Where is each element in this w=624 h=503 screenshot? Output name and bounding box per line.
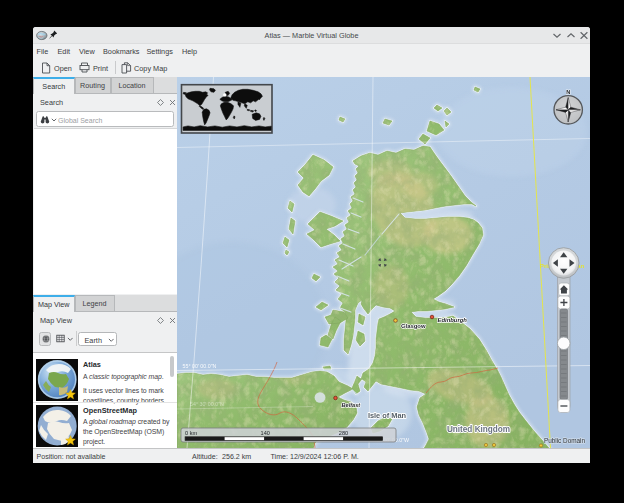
globe-projection-button[interactable] xyxy=(39,332,51,346)
search-results-area[interactable] xyxy=(34,128,177,294)
combo-dropdown-icon xyxy=(108,338,115,343)
close-panel-icon[interactable] xyxy=(168,98,177,107)
scalebar-zero: 0 km xyxy=(185,430,197,436)
scalebar: 0 km 140 280 xyxy=(181,428,396,442)
menu-bookmarks[interactable]: Bookmarks xyxy=(103,47,140,56)
glasgow-marker xyxy=(394,319,398,323)
celestial-body-value: Earth xyxy=(85,336,102,345)
celestial-body-select[interactable]: Earth xyxy=(78,332,117,347)
map-theme-list: Atlas A classic topographic map. It uses… xyxy=(33,352,177,448)
copy-map-button[interactable]: Copy Map xyxy=(134,64,167,73)
menu-file[interactable]: File xyxy=(37,47,49,56)
belfast-label: Belfast xyxy=(342,402,362,408)
copy-map-icon[interactable] xyxy=(121,62,132,74)
search-tabbar: Search Routing Location xyxy=(33,77,177,94)
print-icon[interactable] xyxy=(79,62,90,73)
compass-north-label: N xyxy=(566,89,570,95)
zoom-slider-thumb[interactable] xyxy=(557,337,570,350)
menu-view[interactable]: View xyxy=(79,47,95,56)
list-scrollbar[interactable] xyxy=(170,356,174,377)
globe-view-icon xyxy=(42,335,50,343)
global-search-input[interactable]: Global Search xyxy=(36,111,174,127)
menu-help[interactable]: Help xyxy=(182,47,197,56)
tab-location[interactable]: Location xyxy=(111,77,154,93)
status-altitude-label: Altitude: xyxy=(192,453,218,461)
toolbar: Open Print Copy Map xyxy=(33,58,590,77)
status-altitude-value: 256.2 km xyxy=(222,453,251,461)
scalebar-max: 280 xyxy=(339,430,348,436)
statusbar: Position: not available Altitude: 256.2 … xyxy=(33,448,590,463)
projection-dropdown-icon[interactable] xyxy=(67,337,74,342)
attribution-label: Public Domain xyxy=(544,437,586,444)
marble-window: Atlas — Marble Virtual Globe File Edit V… xyxy=(33,27,590,463)
close-button[interactable] xyxy=(579,31,589,40)
left-dock: Search Routing Location Search Global Se… xyxy=(33,77,177,448)
search-dropdown-icon[interactable] xyxy=(51,118,57,122)
united-kingdom-label: United Kingdom xyxy=(447,425,510,434)
mapview-panel-header: Map View xyxy=(33,312,177,329)
menubar: File Edit View Bookmarks Settings Help xyxy=(33,44,590,58)
favorite-star-icon xyxy=(65,435,76,446)
glasgow-label: Glasgow xyxy=(401,323,426,329)
flat-map-icon[interactable] xyxy=(56,334,65,343)
list-separator xyxy=(33,402,177,403)
open-button[interactable]: Open xyxy=(54,64,72,73)
tab-legend[interactable]: Legend xyxy=(75,295,115,311)
screen: Atlas — Marble Virtual Globe File Edit V… xyxy=(0,0,624,503)
binoculars-icon xyxy=(40,115,50,124)
window-title: Atlas — Marble Virtual Globe xyxy=(33,31,590,40)
belfast-marker xyxy=(334,396,338,400)
float-panel-icon[interactable] xyxy=(156,316,165,325)
open-icon[interactable] xyxy=(41,62,51,74)
titlebar[interactable]: Atlas — Marble Virtual Globe xyxy=(33,27,590,44)
overview-map[interactable] xyxy=(182,85,273,133)
search-panel-title: Search xyxy=(40,98,63,107)
isle-of-man-label: Isle of Man xyxy=(368,411,407,420)
menu-edit[interactable]: Edit xyxy=(58,47,71,56)
print-button[interactable]: Print xyxy=(93,64,108,73)
controls-separator xyxy=(76,331,77,346)
lough-neagh xyxy=(315,392,326,402)
search-panel-header: Search xyxy=(33,94,177,111)
edinburgh-marker xyxy=(430,315,434,319)
atlas-title: Atlas xyxy=(83,360,101,369)
close-panel-icon[interactable] xyxy=(168,316,177,325)
status-position: Position: not available xyxy=(37,453,106,461)
svg-text:55° 00' 00.0"N: 55° 00' 00.0"N xyxy=(183,363,217,369)
tab-routing[interactable]: Routing xyxy=(75,77,111,93)
zoom-slider-track[interactable] xyxy=(560,309,568,400)
search-placeholder: Global Search xyxy=(58,117,102,124)
toolbar-separator xyxy=(115,61,116,74)
edinburgh-label: Edinburgh xyxy=(438,317,468,323)
mapview-panel-title: Map View xyxy=(40,316,72,325)
menu-settings[interactable]: Settings xyxy=(147,47,173,56)
map-canvas[interactable]: 55° 00' 00.0"N 54° 30' 00.0"N 5° 00' 00.… xyxy=(177,77,590,448)
map-svg: 55° 00' 00.0"N 54° 30' 00.0"N 5° 00' 00.… xyxy=(177,77,590,448)
tab-search[interactable]: Search xyxy=(33,77,75,94)
osm-title: OpenStreetMap xyxy=(83,406,137,415)
favorite-star-icon xyxy=(65,389,76,400)
status-time: Time: 12/9/2024 12:06 P. M. xyxy=(271,453,359,461)
minimize-button[interactable] xyxy=(552,31,562,40)
float-panel-icon[interactable] xyxy=(156,98,165,107)
tab-map-view[interactable]: Map View xyxy=(33,295,75,312)
maximize-button[interactable] xyxy=(566,31,576,40)
overview-position-dot xyxy=(223,93,226,96)
svg-text:54° 30' 00.0"N: 54° 30' 00.0"N xyxy=(190,401,224,407)
scalebar-mid: 140 xyxy=(261,430,270,436)
mapview-tabbar: Map View Legend xyxy=(33,295,177,312)
